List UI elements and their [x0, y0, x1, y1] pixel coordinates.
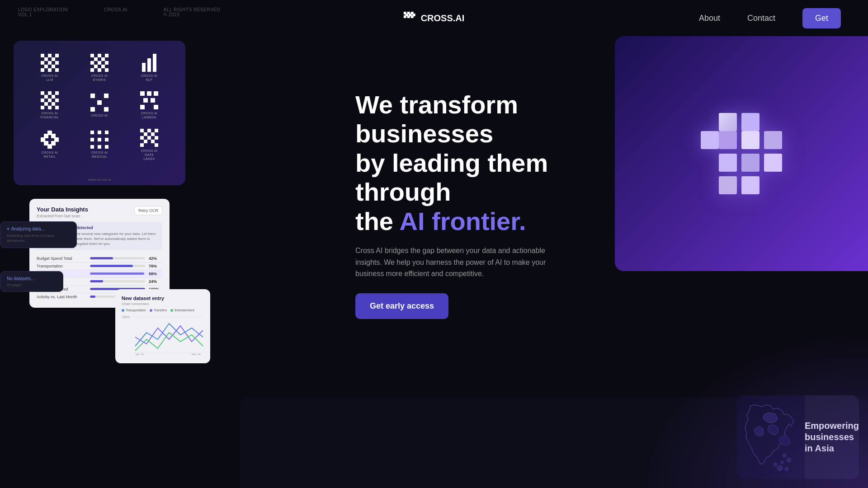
logo-item-financial-label: CROSS AI FINANCIAL — [40, 111, 59, 119]
svg-point-111 — [787, 458, 791, 462]
svg-text:100%: 100% — [122, 315, 130, 319]
nav-about[interactable]: About — [699, 14, 720, 23]
svg-rect-38 — [41, 91, 44, 95]
svg-rect-79 — [105, 145, 108, 149]
svg-rect-11 — [55, 54, 59, 57]
svg-rect-46 — [44, 102, 48, 106]
plus-icon: + — [7, 226, 9, 231]
financial-icon — [41, 91, 59, 109]
svg-rect-77 — [90, 145, 94, 149]
nav-contact[interactable]: Contact — [747, 14, 775, 23]
svg-rect-52 — [104, 94, 108, 98]
di-title: Your Data Insights — [37, 206, 88, 213]
logo-item-crossai: CROSS AI — [77, 94, 122, 117]
hero-description: Cross AI bridges the gap between your da… — [355, 245, 572, 280]
lambda-icon — [140, 91, 158, 109]
svg-rect-13 — [52, 57, 55, 61]
svg-rect-78 — [98, 145, 101, 149]
nd-subtitle: Chart conversion — [122, 302, 204, 306]
svg-rect-89 — [151, 140, 155, 143]
svg-rect-83 — [151, 132, 155, 136]
logo-item-retail: CROSS AI RETAIL — [27, 131, 72, 159]
svg-rect-53 — [97, 100, 102, 105]
svg-rect-45 — [55, 99, 59, 102]
logo-item-medical-label: CROSS AI MEDICAL — [91, 150, 108, 159]
svg-rect-44 — [48, 99, 52, 102]
svg-rect-101 — [701, 131, 719, 149]
svg-rect-50 — [55, 106, 59, 109]
svg-rect-22 — [90, 54, 94, 57]
logo-item-llm: CROSS AI LLM — [27, 54, 72, 82]
retail-icon — [41, 131, 59, 149]
nd-title: New dataset entry — [122, 296, 204, 301]
logo-3d — [692, 104, 791, 203]
hero-section: We transform businesses by leading them … — [355, 90, 618, 319]
asia-empowering-text: Empowering businesses in Asia — [805, 420, 859, 454]
nav-logo-text: CROSS.AI — [421, 13, 465, 23]
svg-rect-14 — [41, 61, 44, 65]
eyeris-icon — [90, 54, 108, 72]
svg-rect-20 — [48, 68, 52, 72]
logo-item-lambda: CROSS AI LAMBDA — [127, 91, 172, 119]
svg-rect-108 — [719, 176, 737, 194]
svg-rect-12 — [44, 57, 48, 61]
nlp-icon — [140, 54, 158, 72]
svg-rect-43 — [41, 99, 44, 102]
svg-rect-62 — [154, 105, 158, 109]
analyzing-sub: Extracting data from 24 paper documents — [7, 233, 70, 243]
retry-ocr-button[interactable]: Retry OCR — [134, 206, 162, 215]
right-panel — [615, 36, 868, 271]
svg-rect-107 — [764, 154, 782, 172]
svg-rect-9 — [41, 54, 44, 57]
svg-rect-15 — [48, 61, 52, 65]
asia-map-svg — [741, 401, 800, 474]
logo-item-crossai-label: CROSS AI — [91, 113, 108, 117]
svg-rect-70 — [51, 141, 56, 145]
svg-rect-19 — [41, 68, 44, 72]
no-datasets-card: No datasets... 24 pages — [0, 271, 63, 292]
svg-rect-4 — [404, 15, 406, 18]
svg-rect-90 — [140, 143, 144, 147]
new-dataset-card: New dataset entry Chart conversion Trans… — [115, 289, 210, 363]
svg-rect-74 — [90, 138, 94, 141]
svg-rect-16 — [55, 61, 59, 65]
datalakes-icon — [140, 129, 158, 147]
nd-chart: 100% Jan '24 Mar '24 — [122, 314, 204, 355]
svg-point-114 — [777, 465, 783, 471]
logo-item-nlp: CROSS AI NLP — [127, 54, 172, 82]
di-row-budget: Budget Spend Total 42% — [37, 255, 162, 263]
svg-rect-21 — [55, 68, 59, 72]
svg-rect-91 — [155, 143, 158, 147]
logo-item-retail-label: CROSS AI RETAIL — [41, 150, 58, 159]
nav-links: About Contact Get — [699, 8, 841, 28]
svg-rect-10 — [48, 54, 52, 57]
svg-rect-29 — [105, 61, 108, 65]
svg-rect-58 — [154, 91, 158, 96]
svg-text:Mar '24: Mar '24 — [192, 353, 201, 355]
svg-rect-55 — [104, 107, 108, 112]
llm-icon — [41, 54, 59, 72]
svg-rect-73 — [105, 131, 108, 134]
svg-rect-76 — [105, 138, 108, 141]
svg-rect-49 — [48, 106, 52, 109]
svg-rect-33 — [98, 68, 101, 72]
svg-rect-26 — [101, 57, 105, 61]
svg-rect-80 — [140, 129, 144, 132]
svg-rect-56 — [140, 91, 145, 96]
asia-map — [737, 395, 805, 479]
svg-rect-34 — [105, 68, 108, 72]
svg-rect-32 — [90, 68, 94, 72]
nav-logo[interactable]: CROSS.AI — [404, 12, 465, 24]
svg-rect-48 — [41, 106, 44, 109]
logo-item-financial: CROSS AI FINANCIAL — [27, 91, 72, 119]
svg-rect-35 — [142, 63, 146, 72]
get-early-access-button[interactable]: Get early access — [355, 293, 448, 319]
svg-rect-84 — [155, 129, 158, 132]
svg-point-110 — [783, 454, 786, 457]
logo-item-llm-label: CROSS AI LLM — [41, 74, 58, 82]
svg-rect-88 — [144, 140, 147, 143]
svg-rect-28 — [98, 61, 101, 65]
nav-get-button[interactable]: Get — [802, 8, 841, 28]
svg-point-115 — [785, 467, 788, 471]
navbar: CROSS.AI About Contact Get — [0, 0, 868, 36]
